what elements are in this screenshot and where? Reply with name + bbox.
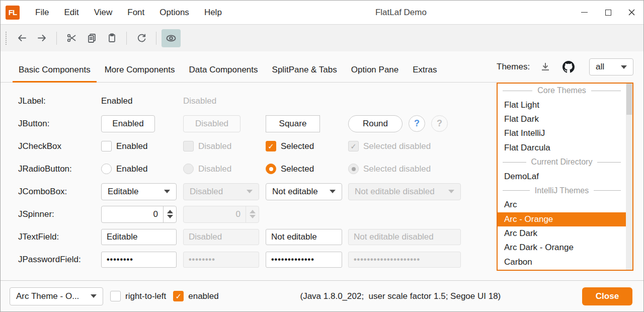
tab-extras[interactable]: Extras <box>406 65 444 82</box>
theme-item-arc[interactable]: Arc <box>498 198 626 212</box>
textfield-not-editable-disabled: Not editable disabled <box>348 229 461 245</box>
themes-panel: Themes: all Core Themes Flat Light Flat … <box>497 51 633 280</box>
radio-selected-icon[interactable] <box>266 164 276 174</box>
app-window: FL File Edit View Font Options Help Flat… <box>0 0 644 312</box>
titlebar: FL File Edit View Font Options Help Flat… <box>1 1 643 25</box>
window-controls <box>573 1 643 24</box>
jspinner-row-label: JSpinner: <box>18 209 101 219</box>
right-to-left-checkbox[interactable]: right-to-left <box>110 291 166 301</box>
combobox-disabled: Disabled <box>183 183 259 200</box>
status-text: (Java 1.8.0_202; user scale factor 1.5; … <box>226 291 575 301</box>
menu-font[interactable]: Font <box>120 1 152 24</box>
jcheckbox-row: JCheckBox Enabled Disabled ✓Selected ✓Se… <box>18 135 497 158</box>
help-button[interactable]: ? <box>409 115 425 132</box>
textfield-editable[interactable]: Editable <box>101 229 177 245</box>
menu-edit[interactable]: Edit <box>56 1 86 24</box>
checkbox-checked-icon[interactable]: ✓ <box>266 141 276 151</box>
tab-basic-components[interactable]: Basic Components <box>12 65 98 82</box>
jlabel-enabled: Enabled <box>101 96 132 106</box>
forward-arrow-icon <box>37 33 47 43</box>
enabled-button[interactable]: Enabled <box>101 115 155 132</box>
back-button[interactable] <box>12 29 31 47</box>
checkbox-icon[interactable] <box>110 291 121 301</box>
menu-file[interactable]: File <box>28 1 56 24</box>
close-button[interactable]: Close <box>582 287 632 305</box>
square-button[interactable]: Square <box>266 115 320 132</box>
close-icon <box>628 9 635 16</box>
theme-item-arc-dark[interactable]: Arc Dark <box>498 226 626 241</box>
theme-item-flat-intellij[interactable]: Flat IntelliJ <box>498 126 626 140</box>
chevron-down-icon <box>330 190 336 193</box>
download-icon <box>540 61 551 72</box>
checkbox-disabled: Disabled <box>183 141 266 151</box>
scrollbar-thumb[interactable] <box>626 84 632 115</box>
menu-help[interactable]: Help <box>197 1 229 24</box>
chevron-down-icon <box>164 190 170 193</box>
theme-item-demolaf[interactable]: DemoLaf <box>498 169 626 183</box>
maximize-button[interactable] <box>596 1 620 24</box>
theme-list-separator: Core Themes <box>498 84 626 98</box>
spinner-up-icon[interactable] <box>167 210 173 213</box>
theme-item-arc-orange[interactable]: Arc - Orange <box>498 212 626 226</box>
jbutton-row: JButton: Enabled Disabled Square Round ?… <box>18 112 497 135</box>
combobox-not-editable[interactable]: Not editable <box>266 183 342 200</box>
jlabel-disabled: Disabled <box>183 96 216 106</box>
themes-filter-combobox[interactable]: all <box>589 58 633 75</box>
tab-option-pane[interactable]: Option Pane <box>344 65 406 82</box>
content-area: Basic Components More Components Data Co… <box>1 51 643 280</box>
forward-button[interactable] <box>32 29 51 47</box>
passwordfield-editable[interactable]: •••••••• <box>101 252 177 268</box>
combobox-editable[interactable]: Editable <box>101 183 177 200</box>
paste-button[interactable] <box>102 29 121 47</box>
textfield-not-editable: Not editable <box>266 229 342 245</box>
download-theme-button[interactable] <box>538 59 553 74</box>
radio-enabled[interactable]: Enabled <box>101 164 183 174</box>
menu-view[interactable]: View <box>87 1 120 24</box>
spinner-up-icon <box>250 210 256 213</box>
tab-more-components[interactable]: More Components <box>98 65 182 82</box>
tab-splitpane-tabs[interactable]: SplitPane & Tabs <box>265 65 344 82</box>
jlabel-row-label: JLabel: <box>18 96 101 106</box>
menu-options[interactable]: Options <box>152 1 197 24</box>
combobox-not-editable-disabled: Not editable disabled <box>348 183 461 200</box>
theme-item-flat-darcula[interactable]: Flat Darcula <box>498 141 626 155</box>
themes-label: Themes: <box>497 62 530 72</box>
checkbox-icon[interactable] <box>101 141 112 151</box>
refresh-button[interactable] <box>132 29 151 47</box>
radio-selected[interactable]: Selected <box>266 164 348 174</box>
app-logo-icon: FL <box>6 6 20 20</box>
theme-item-arc-dark-orange[interactable]: Arc Dark - Orange <box>498 241 626 255</box>
copy-button[interactable] <box>82 29 101 47</box>
close-window-button[interactable] <box>620 1 643 24</box>
minimize-button[interactable] <box>573 1 596 24</box>
spinner-buttons[interactable] <box>163 206 176 222</box>
copy-icon <box>87 33 97 43</box>
round-button[interactable]: Round <box>348 115 403 132</box>
jpasswordfield-row-label: JPasswordField: <box>18 255 101 265</box>
tab-bar: Basic Components More Components Data Co… <box>1 51 497 83</box>
show-hidden-toggle-button[interactable] <box>162 29 181 47</box>
github-button[interactable] <box>561 59 576 74</box>
jbutton-row-label: JButton: <box>18 119 101 129</box>
tab-data-components[interactable]: Data Components <box>182 65 265 82</box>
theme-item-flat-dark[interactable]: Flat Dark <box>498 112 626 126</box>
theme-item-carbon[interactable]: Carbon <box>498 255 626 269</box>
theme-list-scrollbar[interactable] <box>626 84 632 270</box>
jtextfield-row: JTextField: Editable Disabled Not editab… <box>18 225 497 248</box>
theme-list: Core Themes Flat Light Flat Dark Flat In… <box>497 83 633 271</box>
spinner-down-icon[interactable] <box>167 215 173 218</box>
cut-button[interactable] <box>62 29 81 47</box>
checkbox-checked-icon[interactable]: ✓ <box>173 291 184 301</box>
checkbox-icon <box>183 141 194 151</box>
toolbar-grip[interactable] <box>6 32 8 45</box>
passwordfield-disabled: •••••••• <box>183 252 259 268</box>
checkbox-enabled[interactable]: Enabled <box>101 141 183 151</box>
theme-selector-combobox[interactable]: Arc Theme - O... <box>10 287 103 305</box>
enabled-checkbox[interactable]: ✓ enabled <box>173 291 219 301</box>
checkbox-selected[interactable]: ✓Selected <box>266 141 348 151</box>
radio-icon[interactable] <box>101 164 112 174</box>
cut-scissors-icon <box>66 33 77 43</box>
refresh-icon <box>136 33 147 43</box>
spinner-enabled[interactable]: 0 <box>101 206 177 223</box>
theme-item-flat-light[interactable]: Flat Light <box>498 98 626 112</box>
